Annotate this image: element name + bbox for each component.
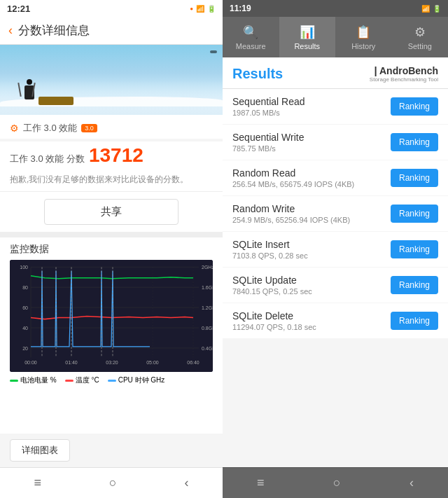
result-info-sequential-read: Sequential Read 1987.05 MB/s <box>232 96 391 117</box>
score-value: 13712 <box>89 144 144 167</box>
battery-legend-label: 电池电量 % <box>20 375 57 385</box>
result-sequential-write: Sequential Write 785.75 MB/s Ranking <box>223 125 448 160</box>
result-info-sequential-write: Sequential Write 785.75 MB/s <box>232 132 391 153</box>
battery-legend-color <box>10 380 18 382</box>
right-home-icon[interactable]: ○ <box>333 476 341 490</box>
result-name-sequential-write: Sequential Write <box>232 132 391 143</box>
work-mode-label: 工作 3.0 效能 <box>23 122 77 134</box>
result-random-write: Random Write 254.9 MB/s, 65256.94 IOPS (… <box>223 196 448 231</box>
right-menu-icon[interactable]: ≡ <box>257 476 265 490</box>
history-icon: 📋 <box>356 25 371 40</box>
tab-measure-label: Measure <box>236 42 266 50</box>
chart-legend: 电池电量 % 温度 °C CPU 时钟 GHz <box>10 375 213 385</box>
right-status-icons: 📶 🔋 <box>421 5 441 13</box>
result-random-read: Random Read 256.54 MB/s, 65675.49 IOPS (… <box>223 160 448 195</box>
right-panel: 11:19 📶 🔋 🔍 Measure 📊 Results 📋 History … <box>223 0 448 498</box>
svg-text:1.6GHz: 1.6GHz <box>202 285 213 291</box>
ranking-button-random-read[interactable]: Ranking <box>391 169 438 187</box>
tab-measure[interactable]: 🔍 Measure <box>223 17 279 57</box>
result-sequential-read: Sequential Read 1987.05 MB/s Ranking <box>223 89 448 124</box>
temp-legend-label: 温度 °C <box>76 375 99 385</box>
result-info-sqlite-update: SQLite Update 7840.15 QPS, 0.25 sec <box>232 275 391 296</box>
right-battery-icon: 🔋 <box>433 5 441 13</box>
svg-text:0.4GHz: 0.4GHz <box>202 346 213 352</box>
score-row: 工作 3.0 效能 分数 13712 <box>0 141 223 170</box>
chart-area: 100 80 60 40 20 2GHz 1.6GHz 1.2GHz 0.8GH… <box>10 260 213 372</box>
result-value-sqlite-delete: 11294.07 QPS, 0.18 sec <box>232 323 391 331</box>
svg-rect-0 <box>10 260 213 372</box>
ranking-button-sqlite-update[interactable]: Ranking <box>391 276 438 294</box>
legend-battery: 电池电量 % <box>10 375 57 385</box>
results-header: Results | AndroBench Storage Benchmarkin… <box>223 57 448 89</box>
result-value-sequential-write: 785.75 MB/s <box>232 144 391 153</box>
score-tag <box>210 50 217 53</box>
back-icon[interactable]: ‹ <box>8 23 13 38</box>
tab-setting[interactable]: ⚙ Setting <box>392 17 449 57</box>
setting-icon: ⚙ <box>414 25 426 40</box>
svg-text:03:20: 03:20 <box>106 360 118 366</box>
svg-text:01:40: 01:40 <box>65 360 78 366</box>
result-value-random-write: 254.9 MB/s, 65256.94 IOPS (4KB) <box>232 216 391 224</box>
home-icon[interactable]: ○ <box>109 476 117 490</box>
right-wifi-icon: 📶 <box>421 5 430 13</box>
right-status-bar: 11:19 📶 🔋 <box>223 0 448 17</box>
result-value-sqlite-update: 7840.15 QPS, 0.25 sec <box>232 287 391 296</box>
ranking-button-random-write[interactable]: Ranking <box>391 205 438 223</box>
results-title: Results <box>232 66 283 82</box>
legend-temp: 温度 °C <box>65 375 99 385</box>
no-data-text: 抱歉,我们没有足够的数据来对比此设备的分数。 <box>0 170 223 192</box>
share-section: 共享 <box>0 192 223 237</box>
cpu-legend-label: CPU 时钟 GHz <box>118 375 165 385</box>
right-time: 11:19 <box>230 4 251 13</box>
wifi-icon: 📶 <box>196 5 204 13</box>
result-value-random-read: 256.54 MB/s, 65675.49 IOPS (4KB) <box>232 180 391 188</box>
ranking-button-sqlite-delete[interactable]: Ranking <box>391 312 438 330</box>
svg-text:80: 80 <box>22 285 28 291</box>
tab-results[interactable]: 📊 Results <box>279 17 336 57</box>
result-info-random-write: Random Write 254.9 MB/s, 65256.94 IOPS (… <box>232 203 391 224</box>
tab-history[interactable]: 📋 History <box>335 17 392 57</box>
result-name-random-write: Random Write <box>232 203 391 214</box>
notification-dot: ● <box>190 6 193 12</box>
result-sqlite-delete: SQLite Delete 11294.07 QPS, 0.18 sec Ran… <box>223 303 448 338</box>
svg-text:40: 40 <box>22 326 28 331</box>
svg-text:1.2GHz: 1.2GHz <box>202 305 213 311</box>
svg-text:20: 20 <box>22 346 28 352</box>
measure-icon: 🔍 <box>243 25 258 40</box>
left-time: 12:21 <box>7 4 30 14</box>
share-button[interactable]: 共享 <box>44 199 178 225</box>
result-name-random-read: Random Read <box>232 167 391 179</box>
ranking-button-sequential-write[interactable]: Ranking <box>391 133 438 151</box>
left-status-icons: ● 📶 🔋 <box>190 5 216 13</box>
page-title: 分数详细信息 <box>18 22 90 39</box>
result-name-sequential-read: Sequential Read <box>232 96 391 107</box>
work-mode-section: ⚙ 工作 3.0 效能 3.0 <box>0 115 223 139</box>
androbench-logo: | AndroBench Storage Benchmarking Tool <box>370 64 438 83</box>
result-info-sqlite-delete: SQLite Delete 11294.07 QPS, 0.18 sec <box>232 310 391 331</box>
svg-text:00:00: 00:00 <box>24 360 37 366</box>
ranking-button-sqlite-insert[interactable]: Ranking <box>391 240 438 258</box>
monitor-section: 监控数据 100 80 60 <box>0 237 223 434</box>
right-back-icon[interactable]: ‹ <box>410 476 414 490</box>
svg-text:0.8GHz: 0.8GHz <box>202 326 213 331</box>
back-nav-icon[interactable]: ‹ <box>185 476 189 490</box>
result-name-sqlite-insert: SQLite Insert <box>232 239 391 250</box>
ranking-button-sequential-read[interactable]: Ranking <box>391 97 438 116</box>
score-label: 工作 3.0 效能 分数 <box>10 153 85 165</box>
monitor-title: 监控数据 <box>10 243 213 256</box>
legend-cpu: CPU 时钟 GHz <box>108 375 165 385</box>
battery-icon: 🔋 <box>207 5 216 13</box>
left-header: ‹ 分数详细信息 <box>0 17 223 45</box>
left-status-bar: 12:21 ● 📶 🔋 <box>0 0 223 17</box>
top-tabs: 🔍 Measure 📊 Results 📋 History ⚙ Setting <box>223 17 448 57</box>
result-sqlite-insert: SQLite Insert 7103.8 QPS, 0.28 sec Ranki… <box>223 232 448 267</box>
svg-text:2GHz: 2GHz <box>202 265 213 270</box>
result-info-sqlite-insert: SQLite Insert 7103.8 QPS, 0.28 sec <box>232 239 391 260</box>
detail-chart-button[interactable]: 详细图表 <box>10 439 70 462</box>
menu-icon[interactable]: ≡ <box>34 476 41 490</box>
left-bottom-nav: ≡ ○ ‹ <box>0 467 223 498</box>
banner-image <box>0 45 223 115</box>
result-name-sqlite-update: SQLite Update <box>232 275 391 286</box>
tab-results-label: Results <box>294 42 320 50</box>
left-panel: 12:21 ● 📶 🔋 ‹ 分数详细信息 ⚙ 工作 3.0 效能 3.0 <box>0 0 223 498</box>
